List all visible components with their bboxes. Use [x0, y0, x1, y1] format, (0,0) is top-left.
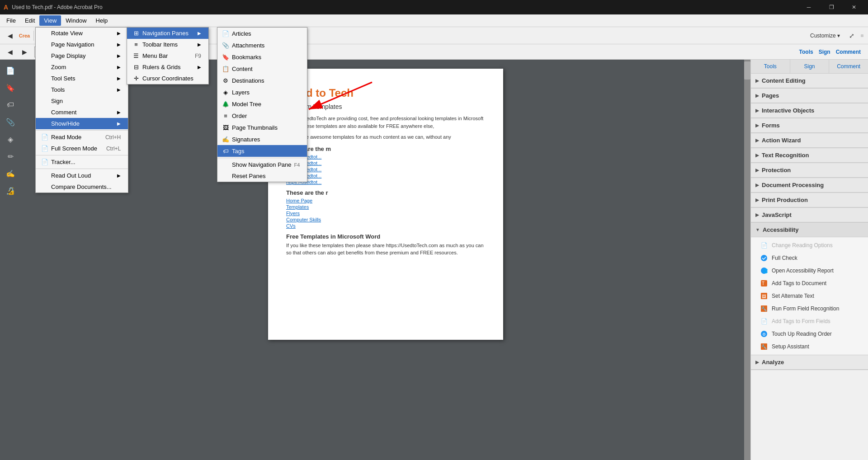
- left-sidebar: 📄 🔖 🏷 📎 ◈ ✏ ✍ 🔏: [0, 60, 21, 460]
- pdf-section1: These are the m: [286, 146, 485, 152]
- menu-bar-icon: ☰: [132, 52, 141, 59]
- menu-tools[interactable]: Tools ▶: [36, 84, 128, 95]
- bookmarks-icon: 🔖: [222, 53, 229, 61]
- panel-item-run-form-field[interactable]: 🔧 Run Form Field Recognition: [751, 302, 868, 315]
- title-bar: A Used to Tech.pdf - Adobe Acrobat Pro ─…: [0, 0, 868, 14]
- pdf-nav-flyers[interactable]: Flyers: [286, 211, 485, 216]
- menu-read-mode[interactable]: 📄 Read Mode Ctrl+H: [36, 131, 128, 143]
- navpane-tags[interactable]: 🏷 Tags: [217, 145, 307, 157]
- pdf-nav-skills[interactable]: Computer Skills: [286, 217, 485, 222]
- sidebar-page-icon[interactable]: 📄: [2, 62, 19, 79]
- navpane-reset-panes[interactable]: Reset Panes: [217, 170, 307, 182]
- showhide-toolbar-items[interactable]: ≡ Toolbar Items ▶: [127, 39, 208, 50]
- close-button[interactable]: ✕: [844, 0, 864, 14]
- navpane-order[interactable]: ≡ Order: [217, 110, 307, 122]
- doc-scrollbar[interactable]: [744, 60, 750, 460]
- submenu-arrow-icon: ▶: [189, 42, 201, 47]
- showhide-cursor-coords[interactable]: ✛ Cursor Coordinates: [127, 73, 208, 84]
- showhide-menu-bar[interactable]: ☰ Menu Bar F9: [127, 50, 208, 61]
- menu-tracker[interactable]: 📄 Tracker...: [36, 156, 128, 168]
- menu-page-navigation[interactable]: Page Navigation ▶: [36, 39, 128, 50]
- menu-show-hide[interactable]: Show/Hide ▶: [36, 118, 128, 129]
- pdf-nav-cvs[interactable]: CVs: [286, 223, 485, 229]
- menu-full-screen[interactable]: 📄 Full Screen Mode Ctrl+L: [36, 143, 128, 154]
- pdf-nav-templates[interactable]: Templates: [286, 204, 485, 210]
- sidebar-bookmark-icon[interactable]: 🔖: [2, 80, 19, 96]
- section-print-production: ▶ Print Production: [751, 193, 868, 208]
- toolbar-back-btn[interactable]: ◀: [4, 29, 16, 42]
- menu-comment[interactable]: Comment ▶: [36, 107, 128, 118]
- tab-tools[interactable]: Tools: [751, 60, 790, 73]
- document-area[interactable]: Used to Tech Premium Templates We at Use…: [21, 60, 750, 460]
- showhide-nav-panes[interactable]: ⊞ Navigation Panes ▶: [127, 28, 208, 39]
- toolbar-expand-btn[interactable]: ⤢: [845, 29, 858, 42]
- menu-file[interactable]: File: [2, 15, 20, 26]
- showhide-rulers-grids[interactable]: ⊟ Rulers & Grids ▶: [127, 61, 208, 73]
- pdf-link-3[interactable]: https://usedtot...: [286, 167, 485, 172]
- tab-comment[interactable]: Comment: [829, 60, 868, 73]
- pdf-link-1[interactable]: https://usedtot...: [286, 154, 485, 160]
- panel-item-setup-assistant[interactable]: 🔧 Setup Assistant: [751, 340, 868, 353]
- navpane-attachments[interactable]: 📎 Attachments: [217, 39, 307, 51]
- menu-sign[interactable]: Sign: [36, 95, 128, 107]
- run-form-field-icon: 🔧: [760, 305, 768, 313]
- navpane-articles[interactable]: 📄 Articles: [217, 28, 307, 39]
- sidebar-pen-icon[interactable]: ✏: [2, 148, 19, 164]
- chevron-right-icon: ▶: [755, 183, 759, 188]
- navpane-page-thumbnails[interactable]: 🖼 Page Thumbnails: [217, 122, 307, 133]
- section-doc-processing-label: Document Processing: [762, 182, 824, 188]
- nav-back[interactable]: ◀: [4, 46, 16, 58]
- menu-tool-sets[interactable]: Tool Sets ▶: [36, 73, 128, 84]
- layers-icon: ◈: [222, 89, 229, 96]
- menu-zoom[interactable]: Zoom ▶: [36, 61, 128, 73]
- navpane-show-nav-pane[interactable]: Show Navigation Pane F4: [217, 159, 307, 170]
- menu-window[interactable]: Window: [61, 15, 91, 26]
- submenu-arrow-icon: ▶: [108, 173, 121, 178]
- comment-tab[interactable]: Comment: [836, 49, 861, 55]
- sidebar-attach-icon[interactable]: 📎: [2, 114, 19, 130]
- pdf-subtitle: Premium Templates: [286, 103, 485, 110]
- submenu-arrow-icon: ▶: [108, 121, 121, 126]
- menu-read-out-loud[interactable]: Read Out Loud ▶: [36, 170, 128, 181]
- sign-tab[interactable]: Sign: [819, 49, 830, 55]
- tab-sign[interactable]: Sign: [790, 60, 830, 73]
- menu-view[interactable]: View: [39, 15, 61, 26]
- pdf-link-2[interactable]: https://usedtot...: [286, 160, 485, 166]
- restore-button[interactable]: ❐: [821, 0, 842, 14]
- pdf-link-4[interactable]: https://usedtot...: [286, 173, 485, 178]
- tools-tab[interactable]: Tools: [799, 49, 813, 55]
- pdf-nav-home[interactable]: Home Page: [286, 198, 485, 203]
- sidebar-signature-icon[interactable]: ✍: [2, 165, 19, 182]
- touch-up-reading-icon: ⚙: [760, 330, 768, 338]
- section-pages-label: Pages: [762, 92, 779, 99]
- menu-rotate-view[interactable]: Rotate View ▶: [36, 28, 128, 39]
- navpane-signatures[interactable]: ✍ Signatures: [217, 133, 307, 145]
- menu-compare-docs[interactable]: Compare Documents...: [36, 181, 128, 192]
- nav-forward[interactable]: ▶: [18, 46, 31, 58]
- customize-btn[interactable]: Customize ▾: [807, 29, 844, 42]
- panel-item-add-tags[interactable]: T Add Tags to Document: [751, 277, 868, 290]
- navpane-content[interactable]: 📋 Content: [217, 63, 307, 75]
- menu-page-display[interactable]: Page Display ▶: [36, 50, 128, 61]
- main-area: 📄 🔖 🏷 📎 ◈ ✏ ✍ 🔏 Used to Tech Prem: [0, 60, 868, 460]
- panel-item-touch-up-reading[interactable]: ⚙ Touch Up Reading Order: [751, 328, 868, 340]
- panel-item-full-check[interactable]: Full Check: [751, 252, 868, 264]
- pdf-link-5[interactable]: https://usedtot...: [286, 179, 485, 185]
- navpane-bookmarks[interactable]: 🔖 Bookmarks: [217, 51, 307, 63]
- minimize-button[interactable]: ─: [798, 0, 819, 14]
- navpane-layers[interactable]: ◈ Layers: [217, 86, 307, 98]
- panel-item-open-accessibility-report[interactable]: 🌐 Open Accessibility Report: [751, 264, 868, 277]
- section-protection: ▶ Protection: [751, 163, 868, 178]
- sidebar-tag-icon[interactable]: 🏷: [2, 97, 19, 113]
- navpane-destinations[interactable]: ⚙ Destinations: [217, 75, 307, 86]
- menu-help[interactable]: Help: [91, 15, 113, 26]
- panel-item-set-alt-text[interactable]: 🖼 Set Alternate Text: [751, 290, 868, 302]
- submenu-arrow-icon: ▶: [108, 76, 121, 81]
- navpane-model-tree[interactable]: 🌲 Model Tree: [217, 98, 307, 110]
- toolbar-create-btn[interactable]: Crea: [18, 29, 31, 42]
- shortcut-label: F9: [186, 53, 201, 59]
- menu-edit[interactable]: Edit: [20, 15, 39, 26]
- sidebar-stamp-icon[interactable]: 🔏: [2, 183, 19, 199]
- sidebar-layer-icon[interactable]: ◈: [2, 131, 19, 147]
- chevron-right-icon: ▶: [755, 108, 759, 113]
